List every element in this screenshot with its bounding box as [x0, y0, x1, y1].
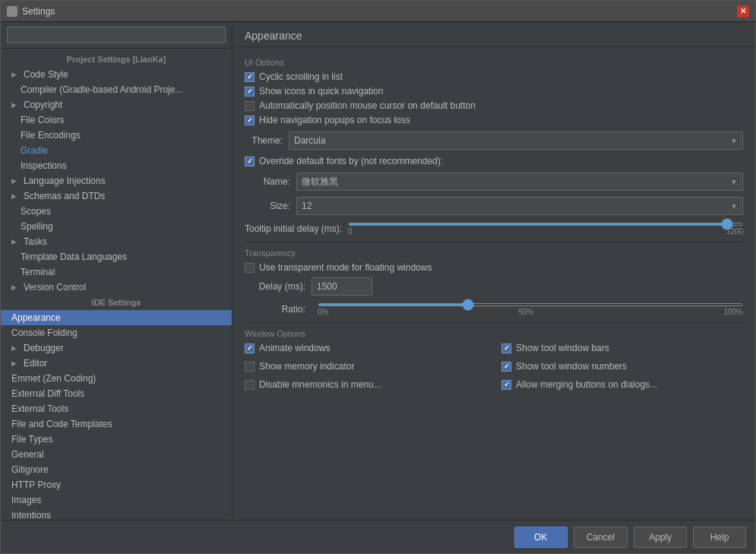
ratio-min: 0%: [318, 308, 328, 316]
override-fonts-row: ✓ Override default fonts by (not recomme…: [245, 156, 743, 166]
ide-settings-header: IDE Settings: [1, 295, 232, 310]
option-animate: ✓ Animate windows: [245, 343, 486, 353]
option-hide-nav: ✓ Hide navigation popups on focus loss: [245, 115, 743, 125]
show-tool-numbers-checkbox[interactable]: ✓: [501, 362, 511, 372]
main-content: Project Settings [LianKa] ▶ Code Style C…: [1, 22, 755, 520]
tooltip-slider[interactable]: [348, 223, 743, 226]
ratio-row: Ratio: 0% 50% 100%: [245, 302, 743, 316]
font-name-label: Name:: [245, 176, 290, 187]
cyclic-scroll-label: Cyclic scrolling in list: [259, 71, 343, 82]
sidebar-item-file-code-templates[interactable]: File and Code Templates: [1, 416, 232, 432]
sidebar-item-file-types[interactable]: File Types: [1, 432, 232, 447]
show-icons-label: Show icons in quick navigation: [259, 86, 383, 97]
close-button[interactable]: ✕: [737, 5, 749, 17]
main-panel: Appearance UI Options ✓ Cyclic scrolling…: [232, 22, 755, 520]
transparency-label: Transparency: [245, 249, 743, 258]
option-cyclic-scroll: ✓ Cyclic scrolling in list: [245, 71, 743, 82]
font-name-dropdown[interactable]: 微软雅黑 ▼: [296, 173, 743, 191]
show-tool-bars-checkbox[interactable]: ✓: [501, 343, 511, 353]
tooltip-label: Tooltip initial delay (ms):: [245, 223, 342, 234]
title-bar: Settings ✕: [1, 1, 755, 22]
allow-merging-checkbox[interactable]: ✓: [501, 380, 511, 390]
transparent-mode-row: Use transparent mode for floating window…: [245, 262, 743, 273]
sidebar-item-editor[interactable]: ▶ Editor: [1, 356, 232, 371]
sidebar-item-http-proxy[interactable]: HTTP Proxy: [1, 477, 232, 492]
help-button[interactable]: Help: [693, 527, 746, 548]
sidebar-item-compiler[interactable]: Compiler (Gradle-based Android Proje...: [1, 82, 232, 97]
window-options-grid: ✓ Animate windows ✓ Show tool window bar…: [245, 343, 743, 394]
settings-window: Settings ✕ Project Settings [LianKa] ▶ C…: [0, 0, 756, 554]
font-size-dropdown[interactable]: 12 ▼: [296, 197, 743, 215]
sidebar-item-copyright[interactable]: ▶ Copyright: [1, 97, 232, 112]
font-size-row: Size: 12 ▼: [245, 197, 743, 215]
sidebar-item-gradle[interactable]: Gradle: [1, 143, 232, 158]
show-memory-checkbox[interactable]: [245, 362, 255, 372]
sidebar-item-console-folding[interactable]: Console Folding: [1, 325, 232, 340]
dropdown-arrow-icon: ▼: [730, 202, 738, 211]
sidebar-item-inspections[interactable]: Inspections: [1, 158, 232, 173]
auto-position-checkbox[interactable]: [245, 101, 255, 111]
hide-nav-label: Hide navigation popups on focus loss: [259, 115, 410, 125]
delay-label: Delay (ms):: [245, 281, 305, 292]
expand-arrow: ▶: [11, 238, 19, 245]
ok-button[interactable]: OK: [514, 527, 568, 548]
cyclic-scroll-checkbox[interactable]: ✓: [245, 72, 255, 82]
dropdown-arrow-icon: ▼: [730, 137, 738, 145]
sidebar-item-template-data[interactable]: Template Data Languages: [1, 249, 232, 264]
sidebar-item-spelling[interactable]: Spelling: [1, 219, 232, 234]
transparent-mode-checkbox[interactable]: [245, 263, 255, 273]
disable-mnemonics-label: Disable mnemonics in menu...: [259, 379, 381, 390]
font-name-value: 微软雅黑: [302, 176, 338, 188]
transparent-mode-label: Use transparent mode for floating window…: [259, 262, 432, 273]
apply-button[interactable]: Apply: [634, 527, 687, 548]
sidebar-item-general[interactable]: General: [1, 447, 232, 462]
ratio-slider[interactable]: [318, 303, 743, 306]
ratio-mid: 50%: [518, 308, 533, 316]
sidebar-item-appearance[interactable]: Appearance: [1, 310, 232, 325]
sidebar-item-gitignore[interactable]: Gitignore: [1, 462, 232, 477]
cancel-button[interactable]: Cancel: [574, 527, 628, 548]
sidebar: Project Settings [LianKa] ▶ Code Style C…: [1, 22, 232, 520]
option-disable-mnemonics: Disable mnemonics in menu...: [245, 379, 486, 390]
option-show-memory: Show memory indicator: [245, 361, 486, 372]
option-show-tool-bars: ✓ Show tool window bars: [501, 343, 743, 353]
animate-label: Animate windows: [259, 343, 330, 353]
show-icons-checkbox[interactable]: ✓: [245, 87, 255, 97]
auto-position-label: Automatically position mouse cursor on d…: [259, 100, 476, 111]
sidebar-item-external-diff[interactable]: External Diff Tools: [1, 386, 232, 401]
expand-arrow: ▶: [11, 177, 19, 185]
override-fonts-checkbox[interactable]: ✓: [245, 157, 255, 166]
disable-mnemonics-checkbox[interactable]: [245, 380, 255, 390]
ratio-slider-labels: 0% 50% 100%: [318, 308, 743, 316]
hide-nav-checkbox[interactable]: ✓: [245, 116, 255, 125]
sidebar-item-debugger[interactable]: ▶ Debugger: [1, 340, 232, 356]
sidebar-list: Project Settings [LianKa] ▶ Code Style C…: [1, 49, 232, 520]
sidebar-item-file-colors[interactable]: File Colors: [1, 112, 232, 128]
sidebar-item-external-tools[interactable]: External Tools: [1, 401, 232, 416]
search-bar: [1, 22, 232, 49]
project-settings-header: Project Settings [LianKa]: [1, 52, 232, 67]
delay-input[interactable]: [312, 277, 372, 296]
expand-arrow: ▶: [11, 71, 19, 78]
sidebar-item-language-injections[interactable]: ▶ Language Injections: [1, 173, 232, 188]
sidebar-item-schemas[interactable]: ▶ Schemas and DTDs: [1, 188, 232, 204]
tooltip-max: 1200: [726, 227, 743, 236]
show-memory-label: Show memory indicator: [259, 361, 354, 372]
animate-checkbox[interactable]: ✓: [245, 343, 255, 353]
settings-icon: [7, 6, 17, 17]
theme-dropdown[interactable]: Darcula ▼: [289, 131, 743, 150]
sidebar-item-file-encodings[interactable]: File Encodings: [1, 128, 232, 143]
sidebar-item-tasks[interactable]: ▶ Tasks: [1, 234, 232, 249]
sidebar-item-emmet[interactable]: Emmet (Zen Coding): [1, 371, 232, 386]
sidebar-item-version-control[interactable]: ▶ Version Control: [1, 280, 232, 295]
sidebar-item-intentions[interactable]: Intentions: [1, 508, 232, 520]
sidebar-item-scopes[interactable]: Scopes: [1, 204, 232, 219]
search-input[interactable]: [7, 27, 226, 43]
ratio-label: Ratio:: [245, 304, 305, 315]
override-fonts-label: Override default fonts by (not recommend…: [259, 156, 443, 166]
panel-title: Appearance: [232, 22, 755, 47]
sidebar-item-images[interactable]: Images: [1, 492, 232, 508]
ui-options-label: UI Options: [245, 58, 743, 67]
sidebar-item-terminal[interactable]: Terminal: [1, 264, 232, 280]
sidebar-item-code-style[interactable]: ▶ Code Style: [1, 67, 232, 82]
